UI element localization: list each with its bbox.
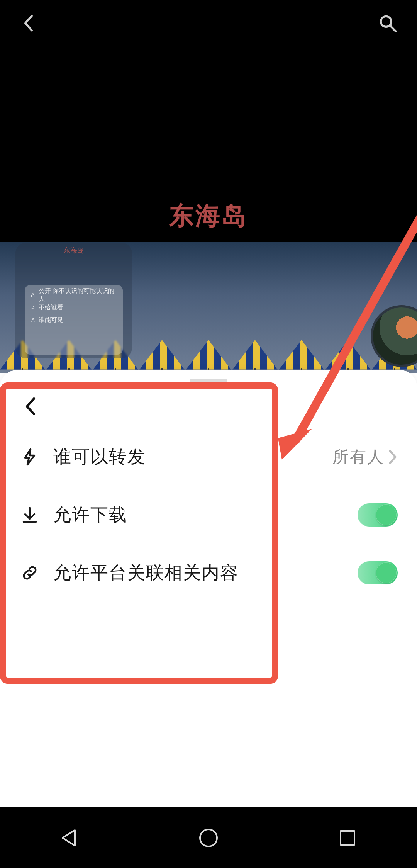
svg-point-10 [200,829,217,846]
mini-row-label: 不给谁看 [39,304,63,312]
sheet-menu: 谁可以转发 所有人 允许下载 允许平台关联相关内 [0,428,417,602]
mini-row-label: 公开 你不认识的可能认识的人 [39,287,117,303]
svg-rect-0 [32,295,34,297]
lightning-icon [19,447,40,467]
chevron-left-icon [20,14,39,33]
system-nav-bar [0,807,417,868]
sheet-back-button[interactable] [19,394,43,419]
row-label: 允许平台关联相关内容 [53,561,358,585]
mini-preview-title: 东海岛 [15,246,132,255]
toggle-allow-download[interactable] [358,503,398,527]
circle-home-icon [198,827,219,849]
chevron-left-icon [25,397,37,416]
system-back-button[interactable] [54,822,85,853]
app-screen: 东海岛 东海岛 公开 你不认识的可能认识的人 不给谁看 谁能可见 [0,0,417,807]
video-backdrop: 东海岛 东海岛 公开 你不认识的可能认识的人 不给谁看 谁能可见 [0,0,417,373]
mini-row-label: 谁能可见 [39,316,63,324]
row-allow-download: 允许下载 [0,486,417,544]
search-icon [378,14,397,33]
back-button[interactable] [15,9,43,37]
mini-row: 公开 你不认识的可能认识的人 [30,289,117,301]
triangle-back-icon [59,827,80,849]
row-allow-related: 允许平台关联相关内容 [0,544,417,602]
sheet-grabber[interactable] [190,379,227,382]
people-icon [30,317,36,323]
mini-row: 谁能可见 [30,314,117,326]
svg-point-3 [381,16,391,27]
row-value-text: 所有人 [332,446,385,468]
mini-preview-sheet: 公开 你不认识的可能认识的人 不给谁看 谁能可见 [25,285,123,355]
svg-marker-9 [63,830,75,846]
svg-line-4 [390,26,396,31]
bottom-sheet: 谁可以转发 所有人 允许下载 允许平台关联相关内 [0,370,417,807]
row-label: 谁可以转发 [53,445,332,469]
download-icon [19,504,40,525]
lock-icon [30,292,36,298]
row-value: 所有人 [332,446,398,468]
system-home-button[interactable] [193,822,224,853]
square-recents-icon [337,827,358,849]
svg-rect-11 [341,831,354,845]
system-recents-button[interactable] [332,822,363,853]
chevron-right-icon [388,449,398,465]
video-title: 东海岛 [0,199,417,233]
svg-point-2 [32,318,34,320]
svg-point-1 [32,306,34,307]
search-button[interactable] [374,9,402,37]
toggle-allow-related[interactable] [358,561,398,584]
mini-preview-card: 东海岛 公开 你不认识的可能认识的人 不给谁看 谁能可见 [15,243,132,358]
row-label: 允许下载 [53,503,358,527]
link-icon [19,562,40,583]
people-icon [30,305,36,310]
row-who-can-forward[interactable]: 谁可以转发 所有人 [0,428,417,486]
